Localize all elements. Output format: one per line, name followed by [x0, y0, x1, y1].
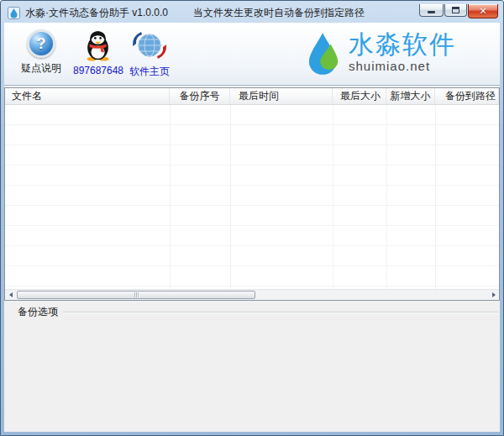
scrollbar-thumb[interactable]: [17, 291, 255, 299]
qq-number-label: 897687648: [73, 65, 123, 76]
column-header-backup-seq[interactable]: 备份序号: [170, 88, 230, 104]
close-button[interactable]: ✕: [468, 4, 498, 18]
thumb-grip: [134, 292, 135, 297]
minimize-button[interactable]: [419, 4, 444, 17]
app-icon: [8, 7, 20, 19]
brand-logo: 水淼软件 shuimiao.net: [307, 31, 456, 78]
grid-line: [230, 105, 231, 289]
brand-domain: shuimiao.net: [349, 59, 456, 73]
group-divider: [63, 312, 498, 313]
window-controls: ✕: [419, 4, 498, 18]
grid-line: [333, 105, 333, 289]
list-header: 文件名 备份序号 最后时间 最后大小 新增大小 备份到路径: [5, 88, 499, 105]
group-title: 备份选项: [18, 305, 63, 319]
window-subtitle: 当文件发生更改时自动备份到指定路径: [193, 6, 365, 20]
help-glyph: ?: [37, 35, 46, 53]
homepage-label: 软件主页: [129, 65, 170, 79]
app-window: 水淼·文件动态备份助手 v1.0.0.0 当文件发生更改时自动备份到指定路径 ✕…: [0, 0, 504, 436]
maximize-button[interactable]: [444, 4, 467, 17]
list-body[interactable]: [5, 105, 499, 289]
close-icon: ✕: [479, 7, 486, 16]
homepage-button[interactable]: 软件主页: [122, 29, 177, 79]
column-header-last-size[interactable]: 最后大小: [333, 88, 386, 104]
help-icon: ?: [27, 29, 55, 58]
water-drop-icon: [307, 31, 342, 78]
column-header-filename[interactable]: 文件名: [5, 88, 170, 104]
grid-line: [386, 105, 387, 289]
window-title: 水淼·文件动态备份助手 v1.0.0.0: [25, 6, 168, 20]
grid-line: [435, 105, 436, 289]
help-tool-button[interactable]: ? 疑点说明: [16, 29, 66, 76]
backup-file-list[interactable]: 文件名 备份序号 最后时间 最后大小 新增大小 备份到路径: [4, 87, 500, 301]
column-header-new-size[interactable]: 新增大小: [386, 88, 435, 104]
toolbar: ? 疑点说明 897687648: [4, 23, 500, 86]
scrollbar-track[interactable]: [16, 290, 488, 300]
thumb-grip: [136, 292, 137, 297]
titlebar[interactable]: 水淼·文件动态备份助手 v1.0.0.0 当文件发生更改时自动备份到指定路径 ✕: [1, 1, 503, 23]
column-header-backup-path[interactable]: 备份到路径: [435, 88, 499, 104]
qq-icon: [83, 29, 113, 61]
thumb-grip: [138, 292, 139, 297]
arrow-left-icon: [9, 292, 13, 297]
maximize-icon: [452, 7, 459, 13]
arrow-right-icon: [492, 292, 496, 297]
client-area: ? 疑点说明 897687648: [4, 23, 500, 432]
grid-line: [170, 105, 171, 289]
column-header-last-time[interactable]: 最后时间: [230, 88, 333, 104]
scroll-left-button[interactable]: [5, 290, 16, 300]
globe-icon: [129, 29, 170, 61]
scroll-right-button[interactable]: [488, 290, 499, 300]
help-label: 疑点说明: [21, 61, 61, 76]
backup-options-group: 备份选项 要备份文件: .. 备份到路径: ✕ 目录路径 目录名 主名 副名 年…: [4, 301, 500, 432]
qq-contact-button[interactable]: 897687648: [73, 29, 123, 76]
horizontal-scrollbar[interactable]: [5, 289, 499, 300]
brand-name: 水淼软件: [349, 31, 456, 58]
minimize-icon: [428, 11, 435, 13]
